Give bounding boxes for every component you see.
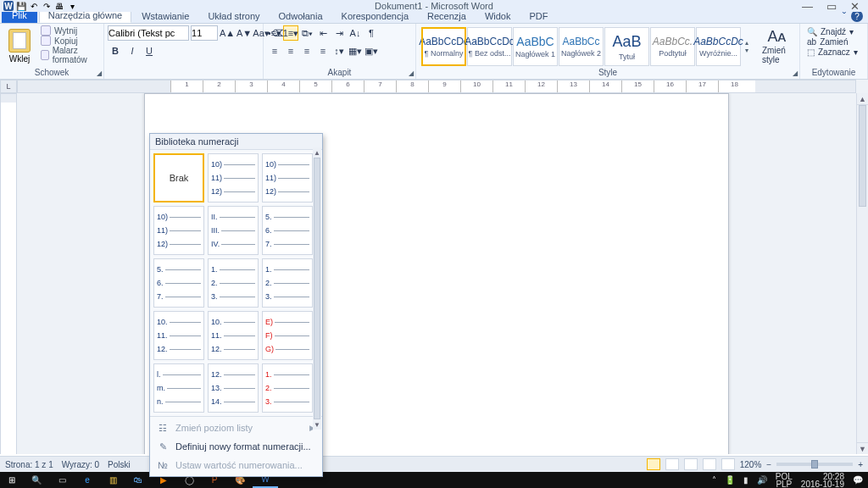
borders-icon[interactable]: ▣▾ [364,43,379,58]
scroll-thumb[interactable] [859,105,866,207]
style-tile[interactable]: AaBbCc.Podtytuł [650,27,695,66]
redo-icon[interactable]: ↷ [42,1,52,11]
style-tile[interactable]: AaBbCcDc¶ Bez odst... [467,27,512,66]
numbering-tile[interactable]: 1.2.3. [262,363,313,413]
numbering-tile[interactable]: l.m.n. [153,363,204,413]
show-marks-icon[interactable]: ¶ [364,25,379,41]
define-new-format-item[interactable]: ✎ Definiuj nowy format numeracji... [150,437,322,456]
decrease-indent-icon[interactable]: ⇤ [315,25,331,41]
search-taskbar-icon[interactable]: 🔍 [24,472,49,488]
maximize-button[interactable]: ▭ [826,0,837,13]
view-print-layout-icon[interactable] [647,458,660,470]
status-language[interactable]: Polski [108,460,131,469]
tab-stop-selector[interactable]: L [0,80,17,93]
task-view-icon[interactable]: ▭ [49,472,75,488]
view-outline-icon[interactable] [703,458,716,470]
style-tile[interactable]: AaBbCNagłówek 1 [513,27,558,66]
numbering-tile[interactable]: 10)11)12) [262,153,313,202]
find-button[interactable]: 🔍Znajdź ▾ [807,27,858,36]
popup-scrollbar[interactable]: ▲ ▼ [313,147,321,430]
status-page[interactable]: Strona: 1 z 1 [5,460,53,469]
view-draft-icon[interactable] [721,458,735,470]
scroll-up-icon[interactable]: ▲ [857,93,868,105]
undo-icon[interactable]: ↶ [29,1,39,11]
styles-gallery[interactable]: AaBbCcDc¶ Normalny AaBbCcDc¶ Bez odst...… [420,25,754,66]
styles-more-icon[interactable]: ▴▾ [742,39,752,54]
line-spacing-icon[interactable]: ↕▾ [331,43,347,58]
popup-scroll-down-icon[interactable]: ▼ [313,419,321,430]
scroll-down-icon[interactable]: ▼ [857,442,868,454]
numbering-tile[interactable]: E)F)G) [262,311,313,360]
horizontal-ruler[interactable]: 123456789101112131415161718 [17,80,856,93]
align-left-icon[interactable]: ≡ [267,43,282,58]
numbering-tile[interactable]: 10)11)12) [208,153,259,202]
tray-volume-icon[interactable]: 🔊 [757,475,767,485]
status-words[interactable]: Wyrazy: 0 [62,460,99,469]
zoom-out-icon[interactable]: − [766,460,771,469]
replace-button[interactable]: abZamień [807,37,858,47]
numbering-tile[interactable]: 12.13.14. [208,363,259,413]
numbering-tile[interactable]: 10)11)12) [153,206,204,255]
zoom-slider[interactable] [776,463,853,466]
underline-button[interactable]: U [142,43,157,58]
sort-icon[interactable]: A↓ [348,25,363,41]
numbering-tile[interactable]: 1.2.3. [208,258,259,308]
zoom-in-icon[interactable]: + [858,460,863,469]
change-styles-button[interactable]: Aᴀ Zmień style [759,25,796,66]
style-tile[interactable]: AaBbCcDc¶ Normalny [421,27,466,66]
numbering-tile[interactable]: II.III.IV. [208,206,259,255]
bold-button[interactable]: B [108,43,123,58]
popup-scroll-up-icon[interactable]: ▲ [313,147,321,158]
save-icon[interactable]: 💾 [16,1,26,11]
minimize-button[interactable]: — [802,0,813,13]
grow-font-icon[interactable]: A▲ [220,25,235,41]
italic-button[interactable]: I [125,43,140,58]
shrink-font-icon[interactable]: A▼ [236,25,252,41]
numbering-tile[interactable]: 10.11.12. [208,311,259,360]
numbering-tile[interactable]: Brak [153,153,204,202]
bullets-button[interactable]: •≡▾ [267,25,282,41]
font-size-combo[interactable] [191,25,218,41]
shading-icon[interactable]: ▦▾ [348,43,363,58]
tray-up-icon[interactable]: ˄ [712,475,716,485]
qat-customize-icon[interactable]: ▾ [67,1,77,11]
copy-button[interactable]: Kopiuj [41,36,100,46]
styles-dialog-launcher-icon[interactable]: ◢ [793,69,798,77]
multilevel-button[interactable]: ⧉▾ [299,25,314,41]
edge-icon[interactable]: e [75,472,100,488]
align-center-icon[interactable]: ≡ [283,43,298,58]
close-button[interactable]: ✕ [850,0,860,13]
tray-notifications-icon[interactable]: 💬 [853,475,863,485]
numbering-tile[interactable]: 1.2.3. [262,258,313,308]
vertical-ruler[interactable] [0,93,17,454]
font-name-combo[interactable] [108,25,189,41]
style-tile[interactable]: AaBbCcDcWyróżnie... [696,27,741,66]
align-right-icon[interactable]: ≡ [299,43,314,58]
view-web-icon[interactable] [684,458,698,470]
popup-scroll-thumb[interactable] [314,158,320,419]
style-tile[interactable]: AaBbCcNagłówek 2 [559,27,604,66]
tray-power-icon[interactable]: 🔋 [725,475,735,485]
numbering-tile[interactable]: 10.11.12. [153,311,204,360]
paragraph-dialog-launcher-icon[interactable]: ◢ [409,69,414,77]
numbering-tile[interactable]: 5.6.7. [262,206,313,255]
numbering-tile[interactable]: 5.6.7. [153,258,204,308]
cut-button[interactable]: Wytnij [41,25,100,36]
start-button[interactable]: ⊞ [0,472,24,488]
clipboard-dialog-launcher-icon[interactable]: ◢ [97,69,102,77]
select-button[interactable]: ⬚Zaznacz ▾ [807,47,858,57]
style-tile[interactable]: AaBTytuł [604,27,649,66]
tray-date[interactable]: 2016-10-19 [801,480,844,488]
vertical-scrollbar[interactable]: ▲ ▼ [856,93,868,454]
explorer-icon[interactable]: ▥ [100,472,125,488]
tray-network-icon[interactable]: ▮ [743,475,748,485]
increase-indent-icon[interactable]: ⇥ [331,25,347,41]
zoom-level[interactable]: 120% [740,460,762,469]
justify-icon[interactable]: ≡ [315,43,331,58]
view-fullscreen-icon[interactable] [665,458,679,470]
numbering-button[interactable]: 1≡▾ [283,25,298,41]
tray-lang2[interactable]: PLP [776,480,793,488]
format-painter-button[interactable]: Malarz formatów [41,46,100,64]
store-icon[interactable]: 🛍 [125,472,151,488]
paste-button[interactable]: Wklej [3,25,36,64]
